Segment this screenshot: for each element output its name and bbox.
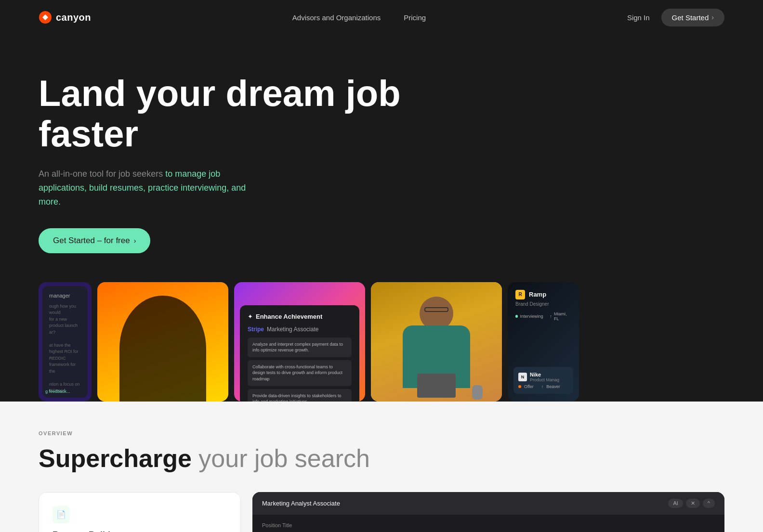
card-person-orange [97, 282, 228, 402]
enhance-content: ✦ Enhance Achievement Stripe Marketing A… [240, 305, 359, 402]
ramp-icon: R [515, 290, 525, 299]
ramp-company-row: R Ramp [515, 290, 571, 299]
hero-cards-row: manager ough how you would for a new pro… [0, 282, 763, 402]
advisors-link[interactable]: Advisors and Organizations [292, 13, 381, 22]
nav-get-started-button[interactable]: Get Started › [661, 9, 724, 26]
ramp-role: Brand Designer [515, 301, 571, 307]
chevron-right-icon: › [134, 237, 136, 245]
nike-offer-row: Offer ↑ Beaver [518, 384, 568, 389]
overview-cards: 📄 Resume Builder Build a beautiful, ATS-… [39, 492, 724, 532]
preview-header: Marketing Analyst Associate AI ✕ ^ [252, 492, 724, 515]
navbar: canyon Advisors and Organizations Pricin… [0, 0, 763, 35]
canyon-logo-icon [39, 11, 52, 24]
hero-section: Land your dream job faster An all-in-one… [0, 35, 763, 282]
stripe-label: Stripe [248, 326, 264, 333]
stripe-company-row: Stripe Marketing Associate [248, 326, 352, 333]
card-interview: manager ough how you would for a new pro… [39, 282, 92, 402]
arrow-up-icon: ↑ [541, 384, 544, 389]
hero-cta-button[interactable]: Get Started – for free › [39, 228, 150, 253]
nike-role: Product Manag [530, 377, 559, 382]
bullet-1: Analyze and interpret complex payment da… [248, 337, 352, 357]
card-enhance: ✦ Enhance Achievement Stripe Marketing A… [234, 282, 365, 402]
bullet-2: Collaborate with cross-functional teams … [248, 360, 352, 386]
nav-links: Advisors and Organizations Pricing [292, 13, 426, 22]
resume-title: Resume Builder [53, 530, 227, 532]
hero-subheading: An all-in-one tool for job seekers to ma… [39, 167, 270, 208]
chevron-right-icon: › [711, 13, 714, 21]
ramp-status: Interviewing ↑ Miami, FL [515, 311, 571, 321]
pricing-link[interactable]: Pricing [404, 13, 426, 22]
card-job-tracking: R Ramp Brand Designer Interviewing ↑ Mia… [508, 282, 579, 402]
resume-builder-card: 📄 Resume Builder Build a beautiful, ATS-… [39, 492, 241, 532]
card-person-photo [371, 282, 502, 402]
nike-icon: N [518, 373, 527, 381]
overview-headline: Supercharge your job search [39, 444, 724, 473]
card1-feedback: g feedback... [45, 389, 70, 394]
expand-tag: ^ [703, 499, 715, 508]
sparkle-icon: ✦ [248, 313, 253, 320]
ramp-name: Ramp [529, 291, 546, 298]
preview-tags: AI ✕ ^ [668, 499, 715, 508]
close-tag: ✕ [686, 499, 700, 508]
enhance-title: Enhance Achievement [256, 313, 322, 320]
card1-label: manager [49, 293, 81, 298]
bullet-3: Provide data-driven insights to stakehol… [248, 389, 352, 402]
nike-card: N Nike Product Manag Offer ↑ Beaver [513, 367, 573, 394]
stripe-role: Marketing Associate [267, 326, 318, 333]
overview-section: OVERVIEW Supercharge your job search 📄 R… [0, 402, 763, 532]
enhance-header: ✦ Enhance Achievement [248, 313, 352, 320]
person-silhouette-bg [97, 282, 228, 402]
photo-bg [371, 282, 502, 402]
nike-row: N Nike Product Manag [518, 372, 568, 382]
preview-title: Marketing Analyst Associate [262, 500, 340, 507]
ai-tag: AI [668, 499, 683, 508]
position-label: Position Title [262, 522, 715, 528]
sign-in-button[interactable]: Sign In [627, 13, 650, 22]
logo[interactable]: canyon [39, 11, 91, 24]
overview-label: OVERVIEW [39, 430, 724, 436]
status-dot [515, 315, 518, 318]
nike-name: Nike [530, 372, 559, 377]
offer-dot [518, 385, 521, 388]
logo-text: canyon [56, 12, 91, 23]
card1-text: ough how you would for a new product lau… [49, 303, 81, 394]
resume-preview-card: Marketing Analyst Associate AI ✕ ^ Posit… [252, 492, 724, 532]
resume-icon: 📄 [53, 506, 70, 523]
preview-body: Position Title Canva, Adobe Photoshop, F… [252, 515, 724, 532]
arrow-up-icon: ↑ [550, 314, 553, 319]
hero-headline: Land your dream job faster [39, 73, 424, 154]
nav-actions: Sign In Get Started › [627, 9, 724, 26]
person-silhouette [119, 296, 206, 402]
